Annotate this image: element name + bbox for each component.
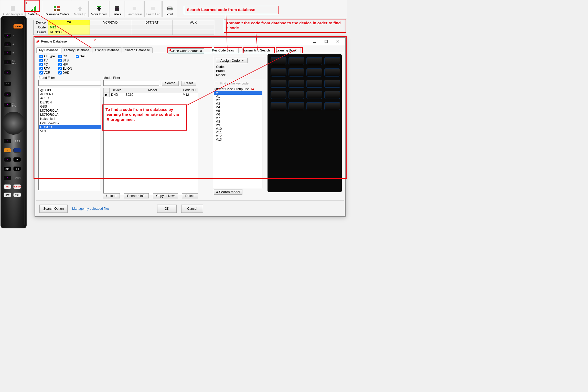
upload-button[interactable]: Upload [103, 193, 120, 198]
delete-button[interactable]: Delete [110, 1, 124, 17]
blue [13, 148, 21, 153]
copy-to-new-button[interactable]: Copy to New [153, 193, 178, 198]
device-header-table: Device: TV VCR/DVD DTT/SAT AUX Code: M12… [33, 20, 214, 35]
device-label: Device: [34, 20, 48, 25]
anno-num-1: 1 [26, 1, 28, 5]
anno-num-2: 2 [94, 38, 96, 42]
pause: ❚❚ [13, 166, 21, 171]
rename-info-button[interactable]: Rename Info [124, 193, 149, 198]
svg-rect-11 [115, 6, 119, 7]
svg-rect-12 [116, 8, 116, 10]
svg-rect-9 [97, 6, 101, 7]
rec: ✔ [4, 157, 11, 162]
sat: SAT [4, 193, 11, 197]
svg-point-20 [172, 8, 172, 9]
svg-rect-0 [11, 6, 15, 11]
ch: CH [4, 81, 11, 86]
svg-rect-8 [57, 9, 60, 11]
anno-num-3: 3 [169, 48, 171, 52]
tab-vcrdvd[interactable]: VCR/DVD [90, 20, 131, 25]
brand-label: Brand: [34, 30, 48, 35]
print-button[interactable]: Print [162, 1, 177, 17]
youtube: You [4, 184, 11, 189]
num-6: ✔6 [4, 42, 11, 47]
info: ✔INFO [4, 139, 11, 143]
code-label: Code: [34, 25, 48, 30]
svg-rect-15 [133, 7, 136, 10]
move-up-button[interactable]: Move Up [72, 1, 89, 17]
svg-rect-13 [117, 8, 117, 10]
svg-rect-14 [118, 8, 118, 10]
shift-key: SHIFT [13, 24, 23, 29]
orange: ✔ [4, 148, 11, 153]
pc-fav: ✔P/CFAV [4, 60, 11, 65]
svg-rect-18 [168, 6, 172, 8]
anno-box-keycode [214, 47, 242, 53]
manage-uploads-link[interactable]: Manage my uploaded files [72, 207, 110, 210]
audio-program-button[interactable]: Audio Program [1, 1, 25, 17]
learn-far-button[interactable]: Learn Far [144, 1, 162, 17]
zoom: ✔ZOOM [4, 176, 11, 180]
svg-rect-7 [54, 9, 56, 11]
learn-near-button[interactable]: Learn Near [125, 1, 144, 17]
tab-my-database[interactable]: My Database [36, 47, 61, 53]
anno-learned: Search Learned code from database [187, 7, 255, 12]
chevrons-left-icon: « [216, 190, 217, 194]
anno-box-3 [167, 47, 212, 53]
num-3: ✔3 [4, 33, 11, 38]
left-remote-illustration: SHIFT ✔3 ✔6 ✔9 ✔P/CFAV ✔ CH ✔ ✔TVDTV ✔IN… [1, 16, 27, 228]
code-value: M12 [48, 25, 90, 30]
svg-rect-19 [168, 9, 172, 11]
num-9: ✔9 [4, 51, 11, 55]
search-model-button[interactable]: « Search model [214, 189, 242, 195]
main-toolbar: Audio Program Select... Rearrange Orders… [0, 0, 347, 18]
cancel-button[interactable]: Cancel [181, 205, 203, 213]
svg-rect-5 [54, 6, 56, 8]
svg-rect-6 [57, 6, 60, 8]
svg-rect-16 [151, 7, 155, 10]
ff: ▶▶ [4, 166, 11, 171]
ok-button[interactable]: OK [157, 205, 177, 213]
anno-box-2 [34, 36, 347, 179]
anno-find: To find a code from the database by lear… [105, 107, 184, 122]
rearrange-button[interactable]: Rearrange Orders [43, 1, 71, 17]
aux: AUX [13, 193, 21, 197]
netflix: NETFLIX [13, 184, 21, 189]
stop: ■ [13, 157, 21, 162]
search-option-button[interactable]: Search Option [39, 205, 68, 213]
anno-transmit: Transmit the code from databse to the de… [226, 20, 344, 30]
delete-list-button[interactable]: Delete [182, 193, 198, 198]
vol-up: ✔ [4, 70, 11, 75]
tv-dtv: ✔TVDTV [4, 102, 11, 107]
tab-aux[interactable]: AUX [173, 20, 214, 25]
vol-dn: ✔ [4, 92, 11, 97]
tab-dttsat[interactable]: DTT/SAT [131, 20, 173, 25]
anno-box-transmit [243, 47, 275, 53]
move-down-button[interactable]: Move Down [89, 1, 109, 17]
